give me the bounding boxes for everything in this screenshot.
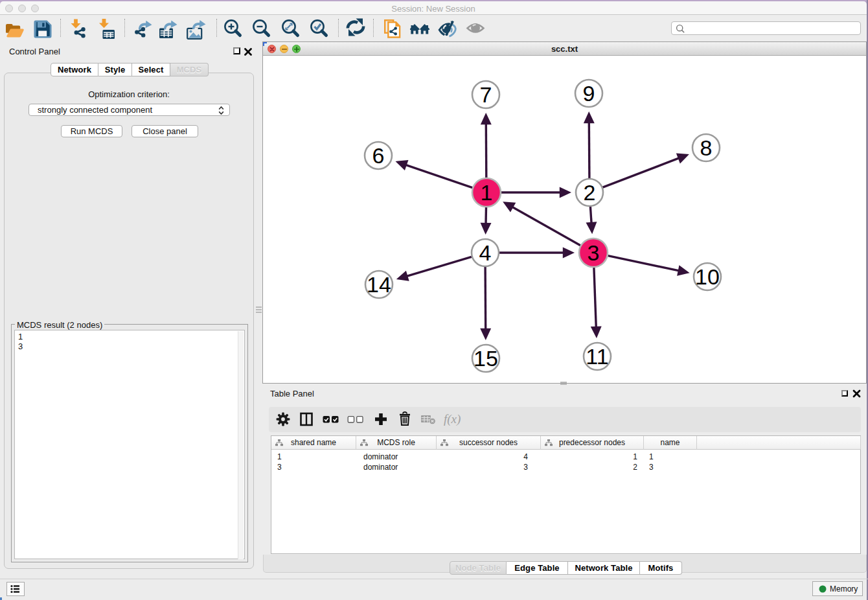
svg-text:9: 9 xyxy=(583,81,595,106)
svg-text:3: 3 xyxy=(588,240,600,265)
svg-text:1: 1 xyxy=(481,180,493,205)
svg-text:6: 6 xyxy=(372,143,385,168)
svg-text:10: 10 xyxy=(695,264,720,289)
svg-text:2: 2 xyxy=(584,180,596,205)
svg-text:15: 15 xyxy=(474,346,498,371)
svg-text:7: 7 xyxy=(480,82,492,107)
svg-text:14: 14 xyxy=(367,272,391,297)
svg-text:11: 11 xyxy=(586,344,608,369)
svg-text:8: 8 xyxy=(700,135,713,160)
svg-text:f(x): f(x) xyxy=(444,412,461,426)
svg-text:4: 4 xyxy=(479,240,492,265)
